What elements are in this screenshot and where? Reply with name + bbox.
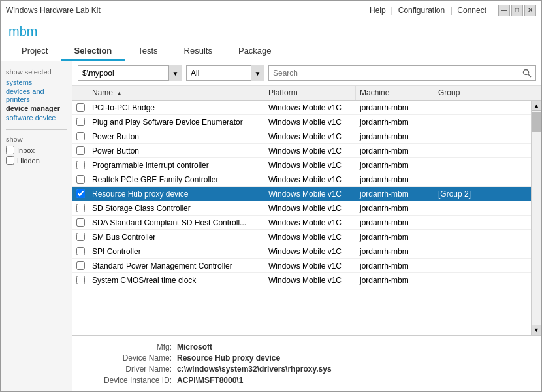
row-name: PCI-to-PCI Bridge (88, 102, 264, 114)
help-link[interactable]: Help (370, 6, 386, 15)
table-row[interactable]: SD Storage Class ControllerWindows Mobil… (72, 201, 531, 216)
table-row[interactable]: System CMOS/real time clockWindows Mobil… (72, 273, 531, 287)
row-group (434, 207, 531, 210)
driver-name-value: c:\windows\system32\drivers\rhproxy.sys (177, 365, 332, 374)
sidebar-show-selected-title: show selected (6, 68, 67, 76)
row-platform: Windows Mobile v1C (264, 131, 356, 142)
row-group (434, 178, 531, 181)
row-platform: Windows Mobile v1C (264, 116, 356, 128)
table-row[interactable]: Resource Hub proxy deviceWindows Mobile … (72, 187, 531, 201)
configuration-link[interactable]: Configuration (398, 6, 445, 15)
row-checkbox[interactable] (76, 218, 85, 227)
filter-value: All (187, 69, 251, 78)
search-box[interactable] (268, 65, 536, 81)
row-machine: jordanrh-mbm (356, 274, 434, 286)
table-row[interactable]: SM Bus ControllerWindows Mobile v1Cjorda… (72, 230, 531, 244)
row-checkbox[interactable] (76, 276, 85, 284)
tab-results[interactable]: Results (171, 42, 225, 61)
row-checkbox[interactable] (76, 146, 85, 155)
row-machine: jordanrh-mbm (356, 188, 434, 200)
row-machine: jordanrh-mbm (356, 145, 434, 157)
row-checkbox[interactable] (76, 247, 85, 255)
sidebar-software-device[interactable]: software device (6, 114, 67, 122)
row-machine: jordanrh-mbm (356, 217, 434, 229)
col-machine: Machine (356, 86, 434, 100)
row-name: Plug and Play Software Device Enumerator (88, 116, 264, 128)
mfg-value: Microsoft (177, 342, 212, 351)
sidebar-devices-printers[interactable]: devices and printers (6, 88, 67, 103)
title-bar: Windows Hardware Lab Kit Help | Configur… (1, 1, 541, 20)
row-name: Power Button (88, 145, 264, 157)
search-button[interactable] (518, 66, 535, 80)
mfg-label: Mfg: (86, 342, 177, 351)
table-row[interactable]: SPI ControllerWindows Mobile v1Cjordanrh… (72, 244, 531, 259)
table-row[interactable]: PCI-to-PCI BridgeWindows Mobile v1Cjorda… (72, 101, 531, 115)
row-machine: jordanrh-mbm (356, 203, 434, 214)
row-checkbox[interactable] (76, 175, 85, 184)
row-name: SPI Controller (88, 246, 264, 257)
row-group: [Group 2] (434, 188, 531, 200)
col-name[interactable]: Name ▲ (88, 86, 264, 100)
table-row[interactable]: Realtek PCIe GBE Family ControllerWindow… (72, 172, 531, 187)
tab-package[interactable]: Package (225, 42, 285, 61)
restore-button[interactable]: □ (511, 5, 523, 16)
sort-indicator: ▲ (116, 90, 122, 97)
row-platform: Windows Mobile v1C (264, 102, 356, 114)
row-name: Power Button (88, 131, 264, 142)
hidden-checkbox-input[interactable] (6, 156, 14, 165)
table-row[interactable]: Power ButtonWindows Mobile v1Cjordanrh-m… (72, 129, 531, 144)
row-group (434, 265, 531, 267)
row-machine: jordanrh-mbm (356, 260, 434, 272)
filter-dropdown-arrow[interactable]: ▼ (251, 65, 264, 81)
sidebar-hidden-checkbox[interactable]: Hidden (6, 156, 67, 165)
tab-project[interactable]: Project (8, 42, 61, 61)
row-checkbox[interactable] (76, 132, 85, 140)
scroll-up-button[interactable]: ▲ (532, 101, 542, 111)
row-checkbox[interactable] (76, 204, 85, 212)
table-row[interactable]: Programmable interrupt controllerWindows… (72, 158, 531, 172)
table-row[interactable]: Power ButtonWindows Mobile v1Cjordanrh-m… (72, 144, 531, 158)
sidebar-systems[interactable]: systems (6, 78, 67, 86)
main-content: show selected systems devices and printe… (1, 61, 541, 392)
svg-line-1 (528, 74, 531, 77)
tab-tests[interactable]: Tests (125, 42, 170, 61)
search-input[interactable] (269, 69, 518, 78)
scroll-down-button[interactable]: ▼ (532, 325, 542, 335)
pool-dropdown[interactable]: $\mypool ▼ (78, 65, 182, 81)
connect-link[interactable]: Connect (457, 6, 486, 15)
row-group (434, 106, 531, 109)
col-group: Group (434, 86, 541, 100)
minimize-button[interactable]: — (498, 5, 510, 16)
row-platform: Windows Mobile v1C (264, 260, 356, 272)
app-title: Windows Hardware Lab Kit (6, 6, 101, 15)
row-checkbox[interactable] (76, 103, 85, 112)
pool-dropdown-arrow[interactable]: ▼ (168, 65, 182, 81)
table-row[interactable]: SDA Standard Compliant SD Host Controll.… (72, 216, 531, 230)
scroll-thumb[interactable] (532, 112, 541, 132)
table-row[interactable]: Plug and Play Software Device Enumerator… (72, 115, 531, 129)
table-header-row: Name ▲ Platform Machine Group (72, 86, 541, 101)
sidebar-device-manager[interactable]: device manager (6, 105, 67, 112)
device-instance-label: Device Instance ID: (86, 376, 177, 385)
row-name: SDA Standard Compliant SD Host Controll.… (88, 217, 264, 229)
table-body: PCI-to-PCI BridgeWindows Mobile v1Cjorda… (72, 101, 531, 335)
row-machine: jordanrh-mbm (356, 246, 434, 257)
row-name: Realtek PCIe GBE Family Controller (88, 174, 264, 186)
row-checkbox[interactable] (76, 189, 85, 198)
row-checkbox[interactable] (76, 161, 85, 169)
row-checkbox[interactable] (76, 233, 85, 241)
row-platform: Windows Mobile v1C (264, 246, 356, 257)
sidebar-inbox-checkbox[interactable]: Inbox (6, 146, 67, 154)
device-name-label: Device Name: (86, 353, 177, 363)
row-checkbox[interactable] (76, 261, 85, 270)
inbox-checkbox-input[interactable] (6, 146, 14, 154)
tab-selection[interactable]: Selection (61, 42, 125, 61)
sidebar-divider (6, 129, 67, 130)
close-button[interactable]: ✕ (524, 5, 536, 16)
filter-dropdown[interactable]: All ▼ (186, 65, 264, 81)
row-name: Resource Hub proxy device (88, 188, 264, 200)
table-row[interactable]: Standard Power Management ControllerWind… (72, 259, 531, 273)
row-checkbox[interactable] (76, 118, 85, 126)
row-platform: Windows Mobile v1C (264, 188, 356, 200)
scrollbar[interactable]: ▲ ▼ (531, 101, 541, 335)
